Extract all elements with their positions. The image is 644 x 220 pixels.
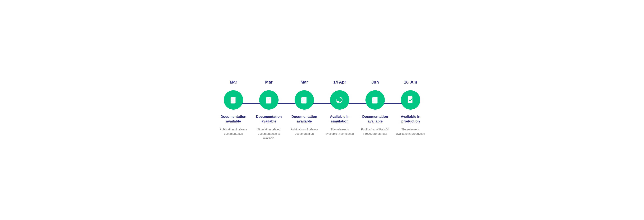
timeline-label-2: Documentation available (286, 114, 322, 124)
timeline-label-5: Available in production (393, 114, 428, 124)
timeline-label-0: Documentation available (216, 114, 251, 124)
svg-rect-18 (373, 100, 376, 100)
timeline-date-2: Mar (300, 80, 308, 86)
svg-rect-11 (302, 97, 306, 104)
svg-rect-3 (232, 100, 234, 100)
timeline-desc-1: Simulation related documentation is avai… (254, 127, 283, 140)
timeline-date-3: 14 Apr (333, 80, 346, 86)
svg-rect-19 (373, 101, 375, 102)
timeline-circle-0 (224, 90, 243, 110)
timeline-circle-4 (366, 90, 385, 110)
timeline-wrapper: Mar Documentation available Publication … (209, 70, 435, 150)
timeline-item-1: Mar Documentation available Simulation r… (251, 80, 286, 140)
svg-rect-7 (267, 99, 270, 99)
svg-rect-8 (267, 100, 270, 100)
svg-rect-13 (302, 100, 305, 100)
timeline-desc-4: Publication of Pair-Off Procedure Manual (361, 127, 390, 136)
timeline-circle-1 (259, 90, 278, 110)
timeline-date-4: Jun (372, 80, 379, 86)
svg-rect-2 (232, 99, 234, 99)
timeline-date-0: Mar (230, 80, 237, 86)
timeline-label-3: Available in simulation (322, 114, 358, 124)
timeline-container: Mar Documentation available Publication … (216, 80, 428, 140)
svg-rect-17 (373, 99, 376, 99)
timeline-item-5: 16 Jun Available in production The relea… (393, 80, 428, 136)
timeline-desc-0: Publication of release documentation (219, 127, 248, 136)
timeline-circle-5 (401, 90, 420, 110)
timeline-desc-5: The release is available in production (396, 127, 425, 136)
svg-rect-12 (302, 99, 305, 99)
svg-rect-1 (230, 97, 236, 104)
timeline-circle-2 (295, 90, 314, 110)
svg-rect-6 (266, 97, 271, 104)
timeline-label-4: Documentation available (358, 114, 393, 124)
timeline-desc-3: The release is available in simulation (325, 127, 354, 136)
timeline-date-5: 16 Jun (404, 80, 417, 86)
timeline-desc-2: Publication of release documentation (290, 127, 319, 136)
svg-rect-20 (408, 96, 412, 103)
timeline-item-2: Mar Documentation available Publication … (286, 80, 322, 136)
timeline-label-1: Documentation available (251, 114, 286, 124)
timeline-item-4: Jun Documentation available Publication … (358, 80, 393, 136)
timeline-circle-3 (330, 90, 349, 110)
svg-rect-16 (372, 97, 377, 104)
svg-rect-14 (302, 101, 304, 102)
svg-rect-4 (232, 101, 234, 102)
timeline-item-3: 14 Apr Available in simulation The relea… (322, 80, 358, 136)
svg-rect-9 (267, 101, 269, 102)
timeline-date-1: Mar (265, 80, 272, 86)
timeline-item-0: Mar Documentation available Publication … (216, 80, 251, 136)
